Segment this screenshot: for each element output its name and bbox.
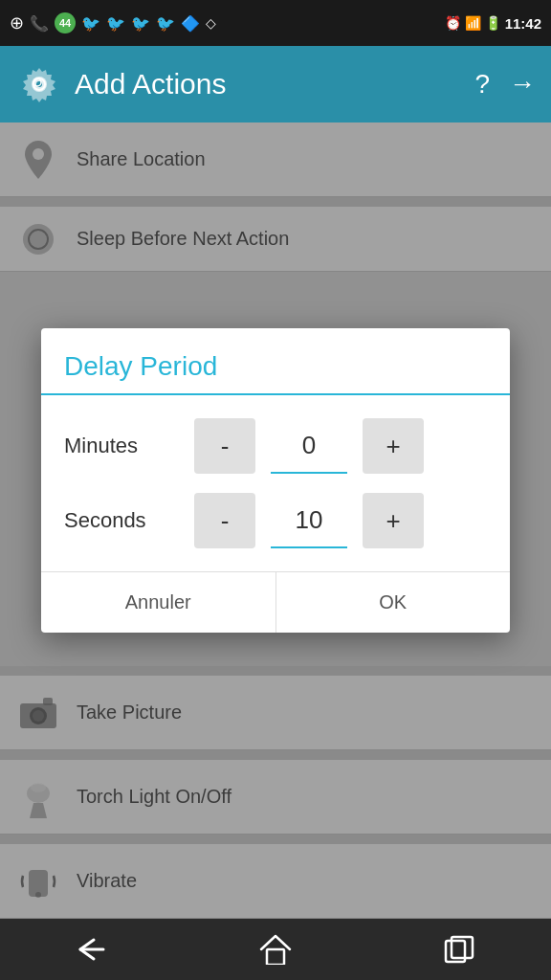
- time-display: 11:42: [505, 15, 541, 32]
- status-bar: ⊕ 📞 44 🐦 🐦 🐦 🐦 🔷 ◇ ⏰ 📶 🔋 11:42: [0, 0, 551, 46]
- cancel-button[interactable]: Annuler: [41, 572, 276, 633]
- dialog-header: Delay Period: [41, 328, 510, 395]
- forward-button[interactable]: →: [509, 69, 536, 100]
- minutes-label: Minutes: [64, 434, 179, 458]
- app-bar: Add Actions ? →: [0, 46, 551, 122]
- clock-icon: ⏰: [445, 15, 461, 31]
- seconds-increment-button[interactable]: +: [363, 493, 424, 548]
- minutes-decrement-button[interactable]: -: [194, 418, 255, 474]
- home-button[interactable]: [247, 930, 304, 969]
- recent-apps-button[interactable]: [430, 930, 488, 969]
- app-bar-actions: ? →: [474, 69, 536, 100]
- status-icons-right: ⏰ 📶 🔋 11:42: [445, 15, 541, 32]
- seconds-row: Seconds - +: [64, 493, 487, 548]
- main-content: Share Location Sleep Before Next Action …: [0, 122, 551, 919]
- notification-badge: 44: [55, 12, 76, 33]
- seconds-label: Seconds: [64, 508, 179, 533]
- help-button[interactable]: ?: [474, 69, 490, 100]
- twitter-icon-2: 🐦: [106, 14, 125, 33]
- dialog-body: Minutes - + Seconds - +: [41, 395, 510, 571]
- minutes-increment-button[interactable]: +: [363, 418, 424, 474]
- ok-button[interactable]: OK: [276, 572, 511, 633]
- delay-period-dialog: Delay Period Minutes - + Seconds - + Ann…: [41, 328, 510, 633]
- seconds-value-input[interactable]: [271, 493, 347, 548]
- dialog-footer: Annuler OK: [41, 571, 510, 633]
- signal-icon: 📶: [465, 15, 481, 31]
- twitter-icon-4: 🐦: [156, 14, 175, 33]
- minutes-row: Minutes - +: [64, 418, 487, 474]
- tag-icon: ◇: [206, 15, 216, 31]
- seconds-decrement-button[interactable]: -: [194, 493, 255, 548]
- page-title: Add Actions: [75, 68, 474, 100]
- twitter-icon-1: 🐦: [81, 14, 100, 33]
- bottom-nav: [0, 919, 551, 980]
- status-icons-left: ⊕ 📞 44 🐦 🐦 🐦 🐦 🔷 ◇: [10, 12, 216, 33]
- gear-icon: [17, 62, 61, 106]
- phone-icon: 📞: [30, 14, 49, 33]
- add-icon: ⊕: [10, 12, 24, 33]
- app-logo: [15, 60, 63, 108]
- svg-rect-15: [267, 949, 284, 965]
- minutes-value-input[interactable]: [271, 418, 347, 474]
- twitter-icon-3: 🐦: [131, 14, 150, 33]
- back-button[interactable]: [63, 930, 121, 969]
- bluetooth-icon: 🔷: [181, 14, 200, 33]
- dialog-title: Delay Period: [64, 351, 217, 381]
- battery-icon: 🔋: [485, 15, 501, 31]
